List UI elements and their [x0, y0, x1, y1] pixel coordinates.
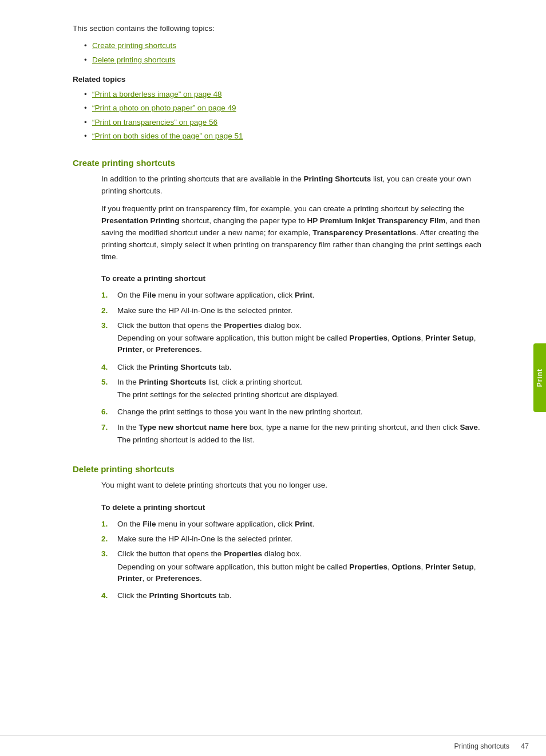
toc-item-1: Create printing shortcuts [84, 40, 485, 52]
create-step-2: 2. Make sure the HP All-in-One is the se… [101, 305, 485, 316]
delete-subheading: To delete a printing shortcut [101, 502, 485, 514]
toc-list: Create printing shortcuts Delete printin… [73, 40, 485, 66]
delete-step-1: 1. On the File menu in your software app… [101, 518, 485, 530]
related-link-4[interactable]: “Print on both sides of the page” on pag… [92, 132, 243, 140]
related-link-3[interactable]: “Print on transparencies” on page 56 [92, 118, 217, 126]
delete-para1: You might want to delete printing shortc… [101, 480, 485, 492]
related-link-2[interactable]: “Print a photo on photo paper” on page 4… [92, 104, 236, 112]
related-item-3: “Print on transparencies” on page 56 [84, 117, 485, 128]
create-step-3-wrapper: 3. Click the button that opens the Prope… [101, 320, 485, 358]
create-subheading: To create a printing shortcut [101, 273, 485, 285]
delete-step-3-wrapper: 3. Click the button that opens the Prope… [101, 548, 485, 587]
create-step-6: 6. Change the print settings to those yo… [101, 406, 485, 418]
create-section: Create printing shortcuts In addition to… [73, 158, 485, 448]
delete-step-3-note: Depending on your software application, … [117, 561, 485, 585]
related-topics-list: “Print a borderless image” on page 48 “P… [73, 89, 485, 142]
create-subsection: In addition to the printing shortcuts th… [101, 173, 485, 448]
create-step-5-wrapper: 5. In the Printing Shortcuts list, click… [101, 377, 485, 403]
footer-section: Printing shortcuts [454, 742, 510, 750]
create-step-7-wrapper: 7. In the Type new shortcut name here bo… [101, 422, 485, 449]
create-heading: Create printing shortcuts [73, 158, 485, 168]
page-content: This section contains the following topi… [15, 0, 531, 639]
create-step-5-note: The print settings for the selected prin… [117, 389, 339, 401]
create-step-1: 1. On the File menu in your software app… [101, 290, 485, 301]
create-step-4: 4. Click the Printing Shortcuts tab. [101, 362, 485, 373]
related-topics-label: Related topics [73, 74, 485, 85]
create-para1: In addition to the printing shortcuts th… [101, 173, 485, 197]
related-link-1[interactable]: “Print a borderless image” on page 48 [92, 90, 222, 98]
related-item-1: “Print a borderless image” on page 48 [84, 89, 485, 100]
toc-item-2: Delete printing shortcuts [84, 54, 485, 66]
right-sidebar-tab: Print [533, 343, 546, 412]
footer: Printing shortcuts 47 [0, 735, 546, 756]
delete-steps: 1. On the File menu in your software app… [101, 518, 485, 602]
related-item-2: “Print a photo on photo paper” on page 4… [84, 102, 485, 114]
related-topics: Related topics “Print a borderless image… [73, 74, 485, 142]
create-para2: If you frequently print on transparency … [101, 203, 485, 263]
intro-text: This section contains the following topi… [73, 23, 485, 34]
delete-heading: Delete printing shortcuts [73, 464, 485, 474]
toc-link-delete[interactable]: Delete printing shortcuts [92, 56, 176, 64]
delete-subsection: You might want to delete printing shortc… [101, 480, 485, 601]
toc-link-create[interactable]: Create printing shortcuts [92, 41, 176, 50]
related-item-4: “Print on both sides of the page” on pag… [84, 130, 485, 142]
sidebar-tab-label: Print [536, 369, 544, 387]
create-step-3-note: Depending on your software application, … [117, 333, 485, 356]
footer-page: 47 [521, 742, 529, 750]
delete-step-4: 4. Click the Printing Shortcuts tab. [101, 590, 485, 601]
delete-section: Delete printing shortcuts You might want… [73, 464, 485, 601]
create-step-7-note: The printing shortcut is added to the li… [117, 434, 254, 446]
create-steps: 1. On the File menu in your software app… [101, 290, 485, 448]
delete-step-2: 2. Make sure the HP All-in-One is the se… [101, 533, 485, 545]
